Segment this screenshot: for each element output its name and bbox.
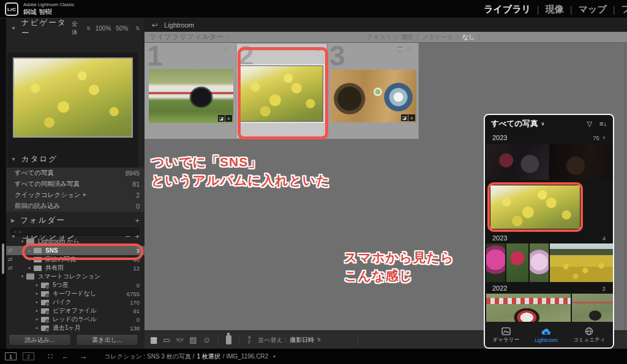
navigator-zoom-50[interactable]: 50% bbox=[116, 25, 128, 32]
module-develop[interactable]: 現像 bbox=[546, 4, 564, 15]
collection-count: 91 bbox=[133, 308, 140, 314]
second-monitor-button[interactable]: 2 bbox=[23, 352, 34, 360]
expand-triangle-icon[interactable]: ▸ bbox=[34, 300, 40, 305]
navigator-header[interactable]: ▼ ナビゲーター 全体 ⇅ 100% 50% ⇅ bbox=[6, 21, 145, 35]
sort-icon[interactable]: ≡↓ bbox=[599, 120, 607, 128]
popup-arrows-icon[interactable]: ⇅ bbox=[86, 26, 91, 31]
grid-cell-3[interactable]: 3 ▭ ⚐ ◪± bbox=[327, 43, 419, 139]
crop-badge-icon[interactable]: ◪ bbox=[401, 114, 408, 121]
crop-badge-icon[interactable]: ◪ bbox=[218, 115, 225, 122]
thumbnail-cafe-photo[interactable]: ◪± bbox=[331, 70, 416, 122]
export-button[interactable]: 書き出し... bbox=[76, 334, 138, 346]
expand-triangle-icon[interactable]: ▸ bbox=[34, 308, 40, 313]
filter-attribute-option[interactable]: 属性 bbox=[401, 33, 413, 42]
module-book-clipped[interactable]: フ bbox=[621, 4, 627, 15]
back-navigation-arrow[interactable]: ← bbox=[61, 352, 69, 361]
mobile-photo-sunflowers[interactable] bbox=[550, 243, 614, 282]
collection-label: 5つ星 bbox=[53, 281, 69, 289]
mobile-photo-motorcycle-dark2[interactable] bbox=[550, 144, 614, 180]
mobile-nav-lightroom[interactable]: Lightroom bbox=[535, 328, 558, 343]
import-button[interactable]: 読み込み... bbox=[9, 334, 71, 346]
expand-triangle-icon[interactable]: ▸ bbox=[27, 266, 32, 270]
collection-count: 6755 bbox=[127, 291, 140, 297]
collapse-triangle-icon[interactable]: ▾ bbox=[20, 274, 25, 279]
collection-set-smart[interactable]: ▾ スマートコレクション bbox=[6, 272, 145, 281]
filter-funnel-icon[interactable]: ▽ bbox=[587, 120, 592, 128]
mobile-photo-dahlia-red[interactable] bbox=[506, 243, 528, 282]
collection-row-shared[interactable]: ▸ 共有用 12 bbox=[6, 264, 145, 272]
compare-view-button[interactable]: X|Y bbox=[176, 337, 184, 343]
catalog-row-all-photos[interactable]: すべての写真 8945 bbox=[6, 168, 145, 179]
expand-triangle-icon[interactable]: ▸ bbox=[34, 283, 40, 288]
filter-metadata-option[interactable]: メタデータ bbox=[422, 33, 453, 42]
smart-collection-icon bbox=[41, 317, 49, 322]
flag-icon[interactable]: ⚐ bbox=[223, 46, 230, 54]
mobile-section-count: 75 bbox=[593, 135, 599, 141]
navigator-preview-photo[interactable] bbox=[13, 58, 133, 138]
filmstrip-source-path[interactable]: コレクション : SNS 3 枚の写真 / 1 枚選択 / IMG_1196.C… bbox=[104, 352, 275, 361]
expand-triangle-icon[interactable]: ▸ bbox=[34, 325, 40, 330]
collection-row-red-label[interactable]: ▸ レッドのラベル 0 bbox=[6, 315, 145, 324]
collection-row-no-keywords[interactable]: ▸ キーワードなし 6755 bbox=[6, 289, 145, 298]
mobile-photo-dahlia-pink[interactable] bbox=[486, 243, 505, 282]
mobile-photo-motorcycle-dark1[interactable] bbox=[486, 144, 549, 180]
loupe-view-button[interactable]: ▭ bbox=[163, 335, 170, 344]
grid-view-button[interactable]: ▦ bbox=[150, 335, 157, 344]
path-selected-count: 1 枚選択 bbox=[197, 352, 220, 361]
navigator-zoom-100[interactable]: 100% bbox=[96, 25, 111, 32]
collapse-triangle-icon[interactable]: ▼ bbox=[11, 26, 17, 31]
stack-badge-icon[interactable]: ▭ bbox=[397, 46, 403, 52]
catalog-row-synced-photos[interactable]: すべての同期済み写真 81 bbox=[6, 179, 145, 190]
people-view-button[interactable]: ☺ bbox=[203, 335, 211, 344]
navigator-fit-option[interactable]: 全体 bbox=[72, 20, 79, 37]
chevron-down-icon[interactable]: ∨ bbox=[541, 121, 545, 127]
catalog-header[interactable]: ▼ カタログ bbox=[6, 152, 145, 166]
collection-label: 共有用 bbox=[45, 264, 64, 272]
module-library[interactable]: ライブラリ bbox=[484, 4, 531, 15]
collection-row-5stars[interactable]: ▸ 5つ星 0 bbox=[6, 281, 145, 289]
source-tab-lightroom[interactable]: Lightroom bbox=[164, 21, 194, 29]
expand-triangle-icon[interactable]: ▶ bbox=[11, 218, 16, 223]
mobile-photo-flower-pale[interactable] bbox=[530, 243, 549, 282]
annotation-rect-selected-thumbnail bbox=[238, 47, 328, 139]
mobile-nav-gallery[interactable]: ギャラリー bbox=[493, 327, 519, 344]
collapse-triangle-icon[interactable]: ▾ bbox=[20, 239, 25, 244]
thumbnail-motorcycle-photo[interactable]: ◪± bbox=[149, 69, 233, 123]
collection-row-bike[interactable]: ▸ バイク 170 bbox=[6, 298, 145, 306]
mobile-section-2023a: 2023 75∨ bbox=[485, 132, 613, 143]
survey-view-button[interactable]: ▤ bbox=[189, 335, 197, 344]
collection-search-input[interactable]: ⌕∨ bbox=[10, 228, 140, 236]
expand-triangle-icon[interactable]: ▸ bbox=[34, 317, 40, 322]
catalog-row-previous-import[interactable]: 前回の読み込み 0 bbox=[6, 201, 145, 212]
main-monitor-button[interactable]: 1 bbox=[5, 352, 17, 360]
forward-navigation-arrow[interactable]: → bbox=[79, 352, 87, 361]
collection-row-video-files[interactable]: ▸ ビデオファイル 91 bbox=[6, 306, 145, 315]
grid-shortcut-icon[interactable]: ∷ bbox=[48, 352, 51, 361]
filter-none-option[interactable]: なし bbox=[462, 33, 475, 42]
caret-down-icon[interactable]: ▾ bbox=[273, 354, 276, 359]
mobile-nav-community[interactable]: コミュニティ bbox=[573, 327, 605, 344]
filter-text-option[interactable]: テキスト bbox=[367, 33, 392, 42]
develop-badge-icon[interactable]: ± bbox=[408, 114, 415, 121]
mobile-header: すべての写真 ∨ ▽ ≡↓ bbox=[485, 115, 613, 132]
flag-icon[interactable]: ⚐ bbox=[407, 46, 413, 54]
module-map[interactable]: マップ bbox=[579, 4, 607, 15]
sort-direction-icon[interactable]: AZ bbox=[248, 336, 250, 344]
mobile-album-title[interactable]: すべての写真 bbox=[491, 119, 538, 129]
collection-row-past-month[interactable]: ▸ 過去1ヶ月 138 bbox=[6, 324, 145, 332]
add-folder-button[interactable]: + bbox=[135, 216, 140, 225]
collapse-triangle-icon[interactable]: ▼ bbox=[11, 157, 17, 162]
chevron-down-icon[interactable]: ∨ bbox=[603, 135, 606, 140]
catalog-row-quick-collection[interactable]: クイックコレクション + 2 bbox=[6, 190, 145, 201]
popup-arrows-icon[interactable]: ⇅ bbox=[317, 337, 321, 343]
grid-cell-1[interactable]: 1 ⚐ ◪± bbox=[145, 43, 236, 139]
sort-value[interactable]: 撮影日時 bbox=[290, 336, 314, 344]
folders-header[interactable]: ▶ フォルダー + bbox=[6, 213, 145, 228]
develop-badge-icon[interactable]: ± bbox=[225, 115, 232, 122]
expand-triangle-icon[interactable]: ▸ bbox=[34, 291, 40, 296]
collection-set-icon bbox=[26, 274, 34, 280]
painter-spray-icon[interactable] bbox=[226, 335, 231, 344]
back-arrow-icon[interactable]: ↩ bbox=[152, 21, 158, 29]
popup-arrows-icon[interactable]: ⇅ bbox=[135, 26, 140, 31]
panel-scrollbar[interactable] bbox=[2, 243, 4, 274]
